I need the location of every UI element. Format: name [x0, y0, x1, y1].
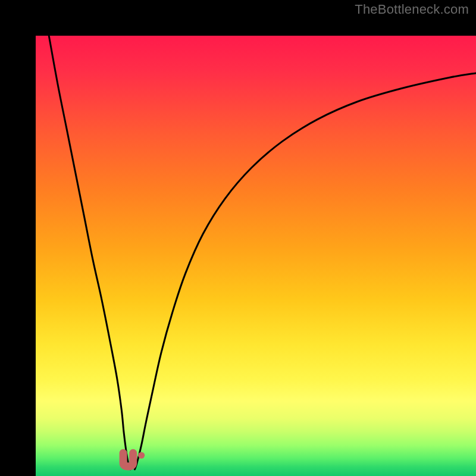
curve-right-branch — [135, 73, 477, 469]
curve-left-branch — [49, 36, 130, 469]
watermark-text: TheBottleneck.com — [355, 2, 469, 17]
markers — [123, 452, 145, 466]
marker-dot — [138, 452, 145, 459]
marker-u — [123, 453, 133, 466]
chart-frame — [0, 0, 476, 476]
plot-area — [36, 36, 476, 476]
curve-layer — [36, 36, 476, 476]
